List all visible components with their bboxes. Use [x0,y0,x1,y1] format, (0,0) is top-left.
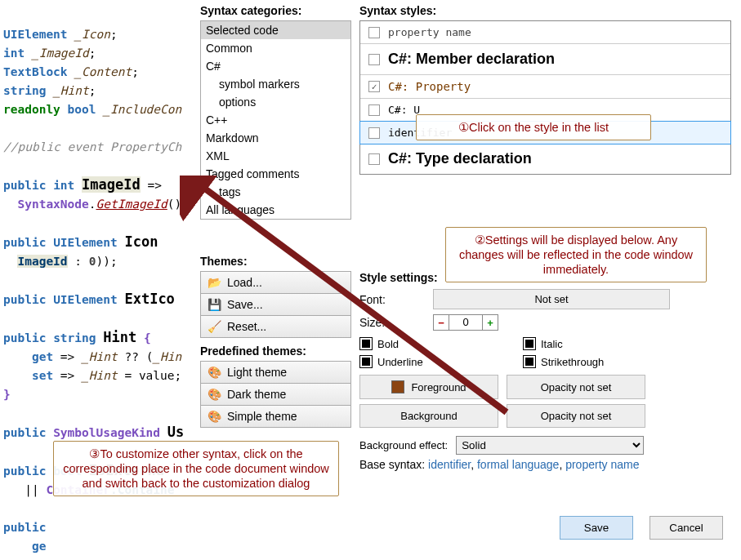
foreground-opacity-button[interactable]: Opacity not set [507,375,645,399]
foreground-button[interactable]: Foreground [359,375,498,399]
bold-checkbox[interactable]: Bold [359,337,507,350]
reset-theme-button[interactable]: 🧹 Reset... [200,316,351,338]
style-row[interactable]: C#: Type declaration [360,144,730,174]
background-button[interactable]: Background [359,404,498,428]
annotation-3: ③To customize other syntax, click on the… [53,441,339,496]
checkbox[interactable] [368,27,380,38]
category-item[interactable]: C# [201,57,350,75]
annotation-2: ②Settings will be displayed below. Any c… [445,227,707,282]
size-spinner[interactable]: − 0 + [433,314,498,331]
style-row-label: C#: Type declaration [388,150,532,167]
syntax-categories-panel: Syntax categories: Selected code Common … [200,4,351,220]
themes-panel: Themes: 📂 Load... 💾 Save... 🧹 Reset... P… [200,255,351,428]
background-opacity-button[interactable]: Opacity not set [507,404,645,428]
button-label: Save... [227,298,263,311]
base-syntax-link[interactable]: formal language [477,458,559,471]
style-row-label: C#: Member declaration [388,51,555,68]
size-value[interactable]: 0 [449,314,482,331]
size-label: Size: [359,316,425,329]
minus-icon[interactable]: − [433,314,449,331]
save-icon: 💾 [208,298,221,311]
button-label: Reset... [227,320,266,333]
style-row-label: property name [388,26,471,38]
palette-icon: 🎨 [208,388,221,401]
reset-icon: 🧹 [208,320,221,333]
syntax-styles-panel: Syntax styles: property name C#: Member … [359,4,731,175]
category-item[interactable]: C++ [201,111,350,129]
palette-icon: 🎨 [208,410,221,423]
base-syntax-link[interactable]: identifier [428,458,471,471]
syntax-categories-list[interactable]: Selected code Common C# symbol markers o… [200,20,351,220]
italic-checkbox[interactable]: Italic [523,337,670,350]
base-syntax-link[interactable]: property name [565,458,639,471]
save-button[interactable]: Save [560,516,633,540]
simple-theme-button[interactable]: 🎨 Simple theme [200,406,351,428]
category-item[interactable]: All languages [201,201,350,219]
underline-checkbox[interactable]: Underline [359,355,507,368]
category-item[interactable]: Markdown [201,129,350,147]
base-syntax-label: Base syntax: [359,458,425,471]
category-item[interactable]: options [201,93,350,111]
button-label: Light theme [227,366,287,379]
style-row[interactable]: C#: Property [360,75,730,99]
annotation-1: ①Click on the style in the list [416,114,651,140]
style-row[interactable]: C#: Member declaration [360,44,730,75]
button-label: Foreground [411,381,466,393]
cancel-button[interactable]: Cancel [649,516,723,540]
category-item[interactable]: Selected code [201,21,350,39]
syntax-categories-label: Syntax categories: [200,4,351,17]
plus-icon[interactable]: + [482,314,498,331]
light-theme-button[interactable]: 🎨 Light theme [200,361,351,384]
category-item[interactable]: XML [201,147,350,165]
font-picker[interactable]: Not set [433,289,670,309]
checkbox[interactable] [368,54,380,65]
bg-effect-select[interactable]: Solid [456,436,644,455]
button-label: Load... [227,276,262,289]
strikethrough-checkbox[interactable]: Strikethrough [523,355,670,368]
predefined-themes-label: Predefined themes: [200,344,351,358]
save-theme-button[interactable]: 💾 Save... [200,294,351,316]
category-item[interactable]: Tagged comments [201,165,350,183]
color-swatch [391,380,404,393]
style-settings-panel: Style settings: Font: Not set Size: − 0 … [359,271,731,471]
bg-effect-label: Background effect: [359,439,448,451]
themes-label: Themes: [200,255,351,268]
checkbox[interactable] [368,127,380,139]
dark-theme-button[interactable]: 🎨 Dark theme [200,384,351,406]
checkbox[interactable] [368,153,380,165]
checkbox-label: Bold [377,338,399,350]
base-syntax-row: Base syntax: identifier, formal language… [359,458,731,471]
checkbox[interactable] [368,81,380,92]
load-theme-button[interactable]: 📂 Load... [200,271,351,294]
style-row-label: C#: Property [388,80,471,93]
button-label: Dark theme [227,388,286,401]
checkbox-label: Underline [377,356,423,368]
category-item[interactable]: Common [201,39,350,57]
category-item[interactable]: symbol markers [201,75,350,93]
button-label: Simple theme [227,410,297,423]
checkbox-label: Strikethrough [541,356,604,368]
category-item[interactable]: tags [201,183,350,201]
checkbox[interactable] [368,104,380,116]
checkbox-label: Italic [541,338,563,350]
style-row[interactable]: property name [360,21,730,44]
syntax-styles-label: Syntax styles: [359,4,731,17]
font-label: Font: [359,293,425,306]
palette-icon: 🎨 [208,366,221,379]
folder-open-icon: 📂 [208,276,221,289]
style-row-label: C#: U [388,104,420,116]
syntax-styles-list[interactable]: property name C#: Member declaration C#:… [359,20,731,175]
